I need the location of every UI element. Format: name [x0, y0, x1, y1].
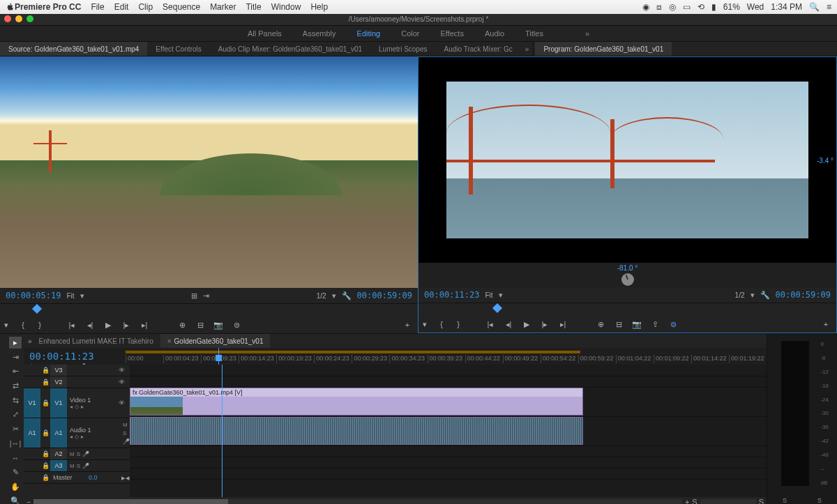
lock-icon[interactable]: 🔒: [40, 367, 50, 374]
ws-titles[interactable]: Titles: [525, 29, 543, 38]
step-fwd-icon[interactable]: |▸: [538, 318, 551, 330]
track-target-a2[interactable]: A2: [50, 448, 67, 459]
ws-overflow-icon[interactable]: »: [585, 29, 589, 38]
master-gain[interactable]: 0.0: [86, 474, 121, 481]
app-name[interactable]: Premiere Pro CC: [15, 2, 81, 12]
close-icon[interactable]: [4, 15, 11, 22]
tab-audio-track-mixer[interactable]: Audio Track Mixer: Gc: [436, 42, 521, 56]
chevron-down-icon[interactable]: ▾: [499, 291, 503, 300]
track-area[interactable]: fxGoldenGate360_take01_v01.mp4 [V]: [130, 365, 767, 497]
close-icon[interactable]: ×: [167, 337, 172, 345]
razor-tool-icon[interactable]: ✂: [9, 423, 22, 435]
button-editor-icon[interactable]: +: [820, 318, 832, 330]
playhead[interactable]: [218, 348, 219, 365]
track-target-v3[interactable]: V3: [50, 365, 67, 376]
zoom-icon[interactable]: [27, 15, 33, 22]
eye-icon[interactable]: 👁: [119, 379, 130, 385]
source-patch-a1[interactable]: A1: [24, 418, 40, 448]
goto-out-icon[interactable]: ▸|: [138, 319, 151, 331]
mark-out-icon[interactable]: }: [33, 319, 46, 331]
tab-program[interactable]: Program: GoldenGate360_take01_v01: [535, 42, 672, 56]
minimize-icon[interactable]: [15, 15, 22, 22]
mark-in-icon[interactable]: {: [17, 319, 29, 331]
keyframe-prev-icon[interactable]: ◂: [70, 434, 73, 440]
step-back-icon[interactable]: ◂|: [84, 319, 96, 331]
tab-source[interactable]: Source: GoldenGate360_take01_v01.mp4: [0, 42, 147, 56]
sequence-tab-inactive[interactable]: Enhanced Lumetri MAKE IT Takehiro: [32, 334, 160, 348]
settings-icon[interactable]: ⊜: [230, 319, 243, 331]
mark-in-icon[interactable]: {: [435, 318, 448, 330]
insert-icon[interactable]: ⊕: [176, 319, 188, 331]
menu-help[interactable]: Help: [310, 2, 328, 12]
tab-effect-controls[interactable]: Effect Controls: [147, 42, 209, 56]
extract-icon[interactable]: ⊟: [612, 318, 625, 330]
source-scrubber[interactable]: [0, 303, 418, 316]
play-icon[interactable]: ▶: [520, 318, 533, 330]
track-target-a1[interactable]: A1: [50, 418, 67, 448]
chevron-down-icon[interactable]: ▾: [751, 291, 755, 300]
source-viewer[interactable]: [0, 56, 418, 288]
eye-icon[interactable]: 👁: [119, 399, 130, 406]
ws-allpanels[interactable]: All Panels: [248, 29, 282, 38]
play-icon[interactable]: ▶: [102, 319, 114, 331]
lock-icon[interactable]: 🔒: [40, 450, 50, 457]
program-scrubber[interactable]: [418, 303, 836, 316]
button-editor-icon[interactable]: +: [401, 319, 414, 331]
goto-in-icon[interactable]: |◂: [484, 318, 497, 330]
meter-track[interactable]: [781, 341, 809, 486]
source-vr-icon[interactable]: ⇥: [203, 291, 209, 300]
mic-icon[interactable]: 🎤: [123, 438, 130, 445]
export-frame-icon[interactable]: 📷: [631, 318, 643, 330]
ws-editing[interactable]: Editing: [357, 29, 381, 38]
lock-icon[interactable]: 🔒: [40, 429, 50, 436]
zoom-out-icon[interactable]: −: [27, 498, 31, 504]
program-viewer[interactable]: -3.4 °: [418, 57, 836, 263]
slip-tool-icon[interactable]: |↔|: [9, 438, 22, 450]
source-scale[interactable]: 1/2: [317, 292, 326, 300]
track-target-a3[interactable]: A3: [50, 460, 67, 471]
tab-audio-clip-mixer[interactable]: Audio Clip Mixer: GoldenGate360_take01_v…: [210, 42, 370, 56]
lock-icon[interactable]: 🔒: [40, 379, 50, 385]
ws-assembly[interactable]: Assembly: [303, 29, 336, 38]
menu-title[interactable]: Title: [246, 2, 261, 12]
tab-lumetri-scopes[interactable]: Lumetri Scopes: [370, 42, 435, 56]
menu-extras-icon[interactable]: ≡: [827, 2, 831, 12]
status-shield-icon[interactable]: ◎: [669, 2, 676, 12]
ws-effects[interactable]: Effects: [440, 29, 463, 38]
program-fit[interactable]: Fit: [485, 291, 492, 299]
zoom-tool-icon[interactable]: 🔍: [9, 495, 22, 504]
ripple-edit-icon[interactable]: ⇄: [9, 380, 22, 392]
zoom-in-icon[interactable]: +: [685, 498, 689, 504]
solo-right[interactable]: S: [817, 497, 822, 504]
eye-icon[interactable]: 👁: [119, 367, 130, 374]
track-select-fwd-icon[interactable]: ⇥: [9, 351, 22, 363]
spotlight-icon[interactable]: 🔍: [809, 2, 820, 12]
keyframe-next-icon[interactable]: ▸: [81, 404, 84, 410]
menu-edit[interactable]: Edit: [114, 2, 129, 12]
goto-out-icon[interactable]: ▸|: [557, 318, 569, 330]
lock-icon[interactable]: 🔒: [40, 462, 50, 469]
keyframe-add-icon[interactable]: ◇: [75, 434, 79, 440]
vr-dial[interactable]: [621, 273, 634, 286]
tabs-overflow-icon[interactable]: »: [521, 45, 534, 53]
status-cc-icon[interactable]: ◉: [642, 2, 649, 12]
share-icon[interactable]: ⇪: [649, 318, 661, 330]
step-fwd-icon[interactable]: |▸: [120, 319, 133, 331]
collapse-icon[interactable]: ▸◂: [121, 473, 130, 482]
program-tc[interactable]: 00:00:11:23: [424, 290, 479, 300]
track-target-v1[interactable]: V1: [50, 388, 67, 418]
timeline-tc[interactable]: 00:00:11:23: [29, 351, 120, 362]
keyframe-next-icon[interactable]: ▸: [81, 434, 84, 440]
wrench-icon[interactable]: 🔧: [342, 291, 352, 300]
audio-clip[interactable]: [130, 417, 583, 445]
status-dropbox-icon[interactable]: ⧈: [656, 2, 662, 12]
source-patch-v1[interactable]: V1: [24, 388, 40, 418]
hand-tool-icon[interactable]: ✋: [9, 481, 22, 493]
ws-color[interactable]: Color: [401, 29, 419, 38]
selection-tool-icon[interactable]: ▸: [9, 337, 22, 349]
rolling-edit-icon[interactable]: ⇆: [9, 395, 22, 406]
menu-sequence[interactable]: Sequence: [163, 2, 200, 12]
apple-icon[interactable]: [6, 3, 15, 12]
vr-toggle-icon[interactable]: ⊜: [667, 318, 679, 330]
slide-tool-icon[interactable]: ↔: [9, 452, 22, 464]
